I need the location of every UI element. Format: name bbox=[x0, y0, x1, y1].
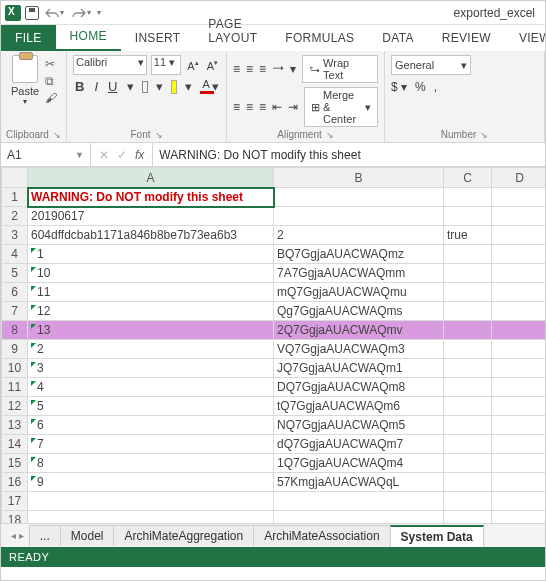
cell[interactable] bbox=[492, 340, 546, 359]
cell[interactable] bbox=[444, 473, 492, 492]
cell[interactable] bbox=[274, 207, 444, 226]
paste-button[interactable]: Paste ▾ bbox=[7, 55, 43, 106]
percent-format-button[interactable]: % bbox=[415, 80, 426, 94]
cell[interactable]: 2 bbox=[274, 226, 444, 245]
table-row[interactable]: 92VQ7GgjaAUACWAQm3 bbox=[2, 340, 546, 359]
fill-color-button[interactable] bbox=[171, 80, 177, 94]
cell[interactable]: 7 bbox=[28, 435, 274, 454]
cell[interactable] bbox=[492, 473, 546, 492]
row-header[interactable]: 2 bbox=[2, 207, 28, 226]
table-row[interactable]: 16957KmgjaAUACWAQqL bbox=[2, 473, 546, 492]
cell[interactable]: 12 bbox=[28, 302, 274, 321]
row-header[interactable]: 11 bbox=[2, 378, 28, 397]
row-header[interactable]: 10 bbox=[2, 359, 28, 378]
tab-data[interactable]: DATA bbox=[368, 27, 427, 51]
cell[interactable]: 2 bbox=[28, 340, 274, 359]
col-header-D[interactable]: D bbox=[492, 168, 546, 188]
cell[interactable] bbox=[444, 378, 492, 397]
table-row[interactable]: 712Qg7GgjaAUACWAQms bbox=[2, 302, 546, 321]
cell[interactable] bbox=[492, 511, 546, 524]
table-row[interactable]: 611mQ7GgjaAUACWAQmu bbox=[2, 283, 546, 302]
cell[interactable] bbox=[274, 188, 444, 207]
cell[interactable]: 2Q7GgjaAUACWAQmv bbox=[274, 321, 444, 340]
cell[interactable]: 1 bbox=[28, 245, 274, 264]
cell[interactable] bbox=[492, 321, 546, 340]
tab-page-layout[interactable]: PAGE LAYOUT bbox=[194, 13, 271, 51]
number-format-combo[interactable]: General▾ bbox=[391, 55, 471, 75]
cell[interactable]: 8 bbox=[28, 454, 274, 473]
cell[interactable]: 11 bbox=[28, 283, 274, 302]
cell[interactable] bbox=[492, 416, 546, 435]
row-header[interactable]: 3 bbox=[2, 226, 28, 245]
wrap-text-button[interactable]: ⮑ Wrap Text bbox=[302, 55, 378, 83]
cell[interactable]: NQ7GgjaAUACWAQm5 bbox=[274, 416, 444, 435]
sheet-tab-association[interactable]: ArchiMateAssociation bbox=[253, 525, 390, 546]
align-top-icon[interactable]: ≡ bbox=[233, 62, 240, 76]
orientation-icon[interactable]: ⭢ bbox=[272, 62, 284, 76]
row-header[interactable]: 7 bbox=[2, 302, 28, 321]
cell[interactable] bbox=[274, 492, 444, 511]
cell[interactable] bbox=[492, 207, 546, 226]
cell[interactable] bbox=[444, 454, 492, 473]
tab-file[interactable]: FILE bbox=[1, 25, 56, 51]
redo-button[interactable]: ▾ bbox=[70, 7, 93, 19]
cut-icon[interactable]: ✂ bbox=[45, 57, 57, 71]
cell[interactable]: dQ7GgjaAUACWAQm7 bbox=[274, 435, 444, 454]
table-row[interactable]: 147dQ7GgjaAUACWAQm7 bbox=[2, 435, 546, 454]
italic-button[interactable]: I bbox=[92, 79, 100, 94]
align-left-icon[interactable]: ≡ bbox=[233, 100, 240, 114]
sheet-tab-aggregation[interactable]: ArchiMateAggregation bbox=[113, 525, 254, 546]
cell[interactable]: 4 bbox=[28, 378, 274, 397]
cell[interactable] bbox=[444, 321, 492, 340]
cell[interactable] bbox=[28, 492, 274, 511]
cell[interactable] bbox=[492, 264, 546, 283]
cell[interactable] bbox=[444, 397, 492, 416]
align-right-icon[interactable]: ≡ bbox=[259, 100, 266, 114]
row-header[interactable]: 15 bbox=[2, 454, 28, 473]
cell[interactable]: JQ7GgjaAUACWAQm1 bbox=[274, 359, 444, 378]
cell[interactable] bbox=[444, 340, 492, 359]
cell[interactable]: 9 bbox=[28, 473, 274, 492]
tab-review[interactable]: REVIEW bbox=[428, 27, 505, 51]
cell[interactable]: 13 bbox=[28, 321, 274, 340]
sheet-tab-system-data[interactable]: System Data bbox=[390, 525, 484, 547]
cell[interactable] bbox=[444, 492, 492, 511]
table-row[interactable]: 41BQ7GgjaAUACWAQmz bbox=[2, 245, 546, 264]
tab-formulas[interactable]: FORMULAS bbox=[271, 27, 368, 51]
table-row[interactable]: 136NQ7GgjaAUACWAQm5 bbox=[2, 416, 546, 435]
table-row[interactable]: 5107A7GgjaAUACWAQmm bbox=[2, 264, 546, 283]
cell[interactable] bbox=[492, 397, 546, 416]
table-row[interactable]: 1581Q7GgjaAUACWAQm4 bbox=[2, 454, 546, 473]
cell[interactable] bbox=[28, 511, 274, 524]
row-header[interactable]: 17 bbox=[2, 492, 28, 511]
cell[interactable] bbox=[444, 511, 492, 524]
row-header[interactable]: 8 bbox=[2, 321, 28, 340]
row-header[interactable]: 16 bbox=[2, 473, 28, 492]
row-header[interactable]: 6 bbox=[2, 283, 28, 302]
cell[interactable]: 7A7GgjaAUACWAQmm bbox=[274, 264, 444, 283]
table-row[interactable]: 125tQ7GgjaAUACWAQm6 bbox=[2, 397, 546, 416]
table-row[interactable]: 17 bbox=[2, 492, 546, 511]
table-row[interactable]: 103JQ7GgjaAUACWAQm1 bbox=[2, 359, 546, 378]
cell[interactable] bbox=[444, 435, 492, 454]
cell[interactable]: VQ7GgjaAUACWAQm3 bbox=[274, 340, 444, 359]
shrink-font-icon[interactable]: A▾ bbox=[205, 59, 220, 72]
col-header-B[interactable]: B bbox=[274, 168, 444, 188]
tab-view[interactable]: VIEW bbox=[505, 27, 546, 51]
comma-format-button[interactable]: , bbox=[434, 80, 437, 94]
row-header[interactable]: 18 bbox=[2, 511, 28, 524]
qat-customize[interactable]: ▾ bbox=[97, 8, 101, 17]
cancel-icon[interactable]: ✕ bbox=[99, 148, 109, 162]
cell[interactable]: mQ7GgjaAUACWAQmu bbox=[274, 283, 444, 302]
increase-indent-icon[interactable]: ⇥ bbox=[288, 100, 298, 114]
cell[interactable]: 5 bbox=[28, 397, 274, 416]
cell[interactable] bbox=[444, 207, 492, 226]
font-color-button[interactable] bbox=[200, 80, 204, 94]
row-header[interactable]: 13 bbox=[2, 416, 28, 435]
col-header-A[interactable]: A bbox=[28, 168, 274, 188]
table-row[interactable]: 114DQ7GgjaAUACWAQm8 bbox=[2, 378, 546, 397]
cell[interactable]: BQ7GgjaAUACWAQmz bbox=[274, 245, 444, 264]
cell[interactable] bbox=[492, 359, 546, 378]
worksheet-grid[interactable]: A B C D 1WARNING: Do NOT modify this she… bbox=[1, 167, 545, 523]
cell[interactable] bbox=[492, 188, 546, 207]
